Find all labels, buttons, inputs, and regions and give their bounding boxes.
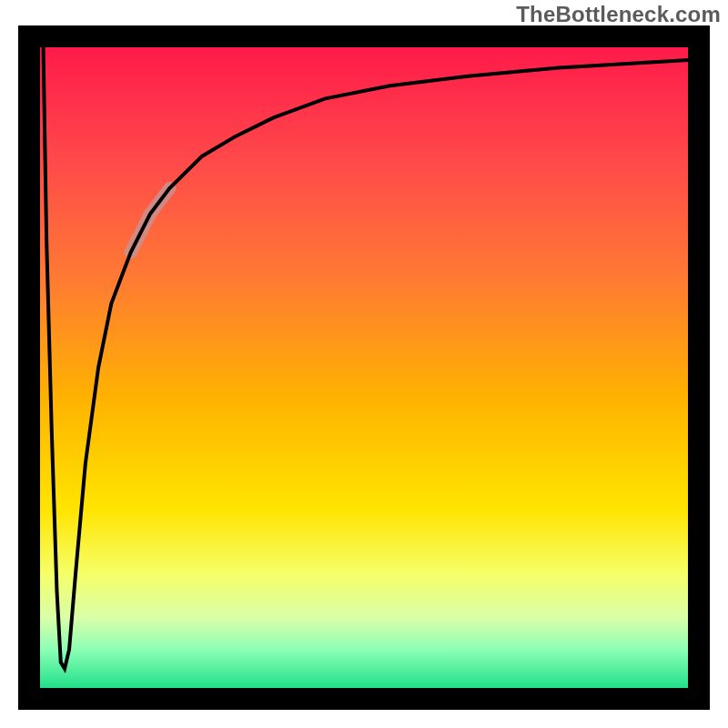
site-watermark: TheBottleneck.com [516, 2, 721, 27]
chart-frame: TheBottleneck.com [0, 0, 728, 728]
bottleneck-curve [44, 47, 688, 669]
chart-plot-area [18, 25, 710, 710]
bottleneck-curve-plot [40, 47, 688, 688]
